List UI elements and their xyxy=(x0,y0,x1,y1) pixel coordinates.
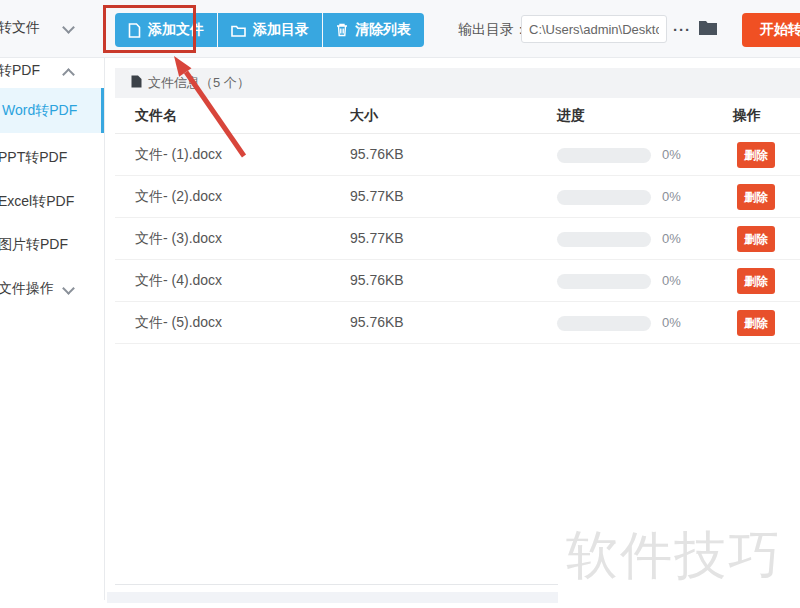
file-name: 文件- (2).docx xyxy=(135,188,222,206)
header-action: 操作 xyxy=(733,107,761,125)
table-header-row: 文件名 大小 进度 操作 xyxy=(115,98,800,134)
file-size: 95.77KB xyxy=(350,188,404,204)
sidebar-item-to-pdf[interactable]: 转PDF xyxy=(0,49,104,93)
clear-list-label: 清除列表 xyxy=(355,21,411,39)
table-row: 文件- (4).docx 95.76KB 0% 删除 xyxy=(115,260,800,302)
output-dir-label: 输出目录： xyxy=(458,21,528,39)
progress-percent: 0% xyxy=(662,231,681,246)
progress-bar xyxy=(557,148,651,163)
file-size: 95.76KB xyxy=(350,146,404,162)
chevron-down-icon xyxy=(64,285,72,293)
progress-bar xyxy=(557,274,651,289)
sidebar-item-file-operations[interactable]: 文件操作 xyxy=(0,267,104,311)
sidebar-divider xyxy=(104,58,105,600)
sidebar-item-label: 图片转PDF xyxy=(0,236,68,254)
chevron-down-icon xyxy=(64,24,72,32)
trash-icon xyxy=(336,23,348,37)
progress-bar xyxy=(557,190,651,205)
start-convert-button[interactable]: 开始转换 xyxy=(742,13,800,47)
sidebar-item-label: Excel转PDF xyxy=(0,193,74,211)
sidebar-item-word-to-pdf[interactable]: Word转PDF xyxy=(0,88,104,133)
progress-bar xyxy=(557,316,651,331)
folder-icon xyxy=(231,24,246,37)
open-folder-button[interactable] xyxy=(698,19,718,39)
file-size: 95.77KB xyxy=(350,230,404,246)
sidebar-item-image-to-pdf[interactable]: 图片转PDF xyxy=(0,223,104,267)
file-name: 文件- (5).docx xyxy=(135,314,222,332)
watermark: 软件技巧 xyxy=(558,504,800,608)
sidebar-item-label: PPT转PDF xyxy=(0,149,67,167)
browse-ellipsis-button[interactable]: ··· xyxy=(671,18,693,40)
table-row: 文件- (5).docx 95.76KB 0% 删除 xyxy=(115,302,800,344)
delete-button[interactable]: 删除 xyxy=(737,226,775,252)
app-window: 添加文件 添加目录 清除列表 输出目录： ··· 开始转换 转文件 转PDF xyxy=(0,0,800,608)
progress-percent: 0% xyxy=(662,189,681,204)
annotation-highlight-box xyxy=(103,5,196,53)
delete-button[interactable]: 删除 xyxy=(737,310,775,336)
sidebar-item-ppt-to-pdf[interactable]: PPT转PDF xyxy=(0,136,104,180)
progress-percent: 0% xyxy=(662,147,681,162)
file-name: 文件- (1).docx xyxy=(135,146,222,164)
chevron-up-icon xyxy=(64,67,72,75)
add-directory-button[interactable]: 添加目录 xyxy=(218,13,322,47)
table-body: 文件- (1).docx 95.76KB 0% 删除 文件- (2).docx … xyxy=(115,134,800,344)
table-row: 文件- (2).docx 95.77KB 0% 删除 xyxy=(115,176,800,218)
progress-percent: 0% xyxy=(662,315,681,330)
document-icon xyxy=(131,75,142,91)
output-path-input[interactable] xyxy=(521,15,667,43)
file-size: 95.76KB xyxy=(350,314,404,330)
file-info-band: 文件信息（5 个） xyxy=(115,68,800,98)
progress-percent: 0% xyxy=(662,273,681,288)
file-info-label: 文件信息（5 个） xyxy=(148,74,250,92)
header-progress: 进度 xyxy=(557,107,585,125)
bottom-strip xyxy=(107,592,558,603)
sidebar-item-to-file[interactable]: 转文件 xyxy=(0,6,104,50)
clear-list-button[interactable]: 清除列表 xyxy=(323,13,424,47)
table-row: 文件- (1).docx 95.76KB 0% 删除 xyxy=(115,134,800,176)
sidebar-item-excel-to-pdf[interactable]: Excel转PDF xyxy=(0,180,104,224)
header-filename: 文件名 xyxy=(135,107,177,125)
delete-button[interactable]: 删除 xyxy=(737,184,775,210)
sidebar-item-label: 转文件 xyxy=(0,19,40,37)
file-size: 95.76KB xyxy=(350,272,404,288)
delete-button[interactable]: 删除 xyxy=(737,268,775,294)
open-folder-icon xyxy=(698,19,718,39)
watermark-text: 软件技巧 xyxy=(566,521,782,591)
sidebar-item-label: 转PDF xyxy=(0,62,40,80)
header-size: 大小 xyxy=(350,107,378,125)
file-name: 文件- (3).docx xyxy=(135,230,222,248)
add-directory-label: 添加目录 xyxy=(253,21,309,39)
sidebar-item-label: 文件操作 xyxy=(0,280,54,298)
file-name: 文件- (4).docx xyxy=(135,272,222,290)
delete-button[interactable]: 删除 xyxy=(737,142,775,168)
table-row: 文件- (3).docx 95.77KB 0% 删除 xyxy=(115,218,800,260)
sidebar-item-label: Word转PDF xyxy=(2,102,77,120)
progress-bar xyxy=(557,232,651,247)
